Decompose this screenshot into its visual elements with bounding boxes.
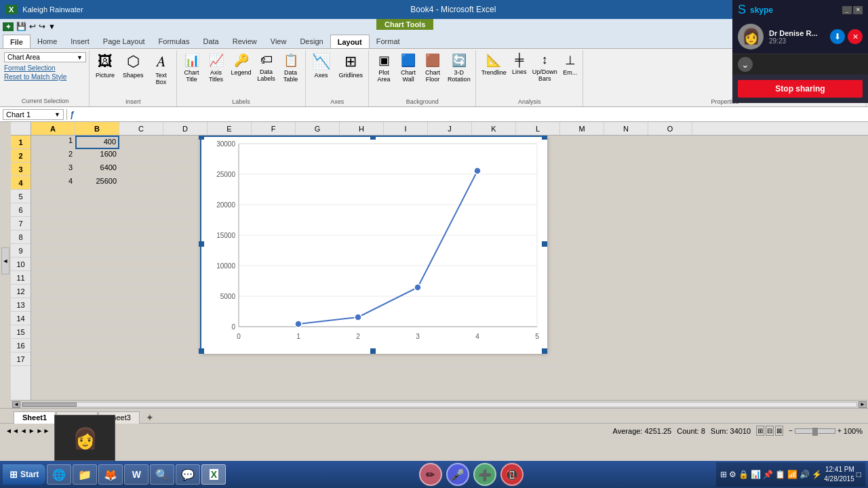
col-header-b[interactable]: B <box>75 122 119 135</box>
tab-layout[interactable]: Layout <box>330 35 370 48</box>
cell-b2[interactable]: 1600 <box>75 149 119 163</box>
resize-handle-n[interactable] <box>370 136 376 140</box>
shapes-button[interactable]: ⬡ Shapes <box>120 52 146 80</box>
row-num-9[interactable]: 9 <box>11 244 31 258</box>
sheet-next-icon[interactable]: ► <box>28 427 35 434</box>
tab-design[interactable]: Design <box>293 35 330 48</box>
cell-reference-box[interactable]: Chart 1 ▼ <box>3 109 64 120</box>
row-num-14[interactable]: 14 <box>11 312 31 325</box>
axis-titles-button[interactable]: 📈 AxisTitles <box>205 52 228 84</box>
resize-handle-e[interactable] <box>542 241 547 247</box>
tab-home[interactable]: Home <box>31 35 64 48</box>
row-num-6[interactable]: 6 <box>11 203 31 217</box>
tray-speaker-icon[interactable]: 🔊 <box>800 470 810 479</box>
row-num-17[interactable]: 17 <box>11 352 31 366</box>
axes-button[interactable]: 📉 Axes <box>309 52 334 80</box>
col-header-g[interactable]: G <box>296 122 340 135</box>
tray-icon-1[interactable]: ⊞ <box>720 470 727 479</box>
resize-handle-sw[interactable] <box>199 348 204 354</box>
skype-minimize-btn[interactable]: _ <box>842 6 852 14</box>
tab-formulas[interactable]: Formulas <box>152 35 197 48</box>
col-header-k[interactable]: K <box>472 122 516 135</box>
resize-handle-ne[interactable] <box>542 136 547 140</box>
tray-icon-8[interactable]: ⚡ <box>812 470 822 479</box>
taskbar-center-btn-4[interactable]: 📵 <box>500 463 524 486</box>
gridlines-button[interactable]: ⊞ Gridlines <box>336 52 366 80</box>
row-num-4[interactable]: 4 <box>11 176 31 190</box>
zoom-in-icon[interactable]: + <box>837 427 842 434</box>
tab-format[interactable]: Format <box>370 35 407 48</box>
page-break-icon[interactable]: ⊠ <box>775 426 783 436</box>
horizontal-scrollbar[interactable]: ◄ ► <box>11 400 868 408</box>
tab-page-layout[interactable]: Page Layout <box>96 35 152 48</box>
col-header-j[interactable]: J <box>428 122 472 135</box>
lines-button[interactable]: ╪ Lines <box>510 52 529 77</box>
tray-icon-4[interactable]: 📊 <box>751 470 761 479</box>
cell-c1[interactable] <box>119 136 163 149</box>
show-desktop-icon[interactable]: □ <box>856 470 861 479</box>
row-num-7[interactable]: 7 <box>11 217 31 230</box>
cell-a1[interactable]: 1 <box>31 136 75 149</box>
text-box-button[interactable]: 𝐴 Text Box <box>149 52 174 87</box>
redo-icon[interactable]: ↪ <box>39 22 45 31</box>
tray-icon-2[interactable]: ⚙ <box>729 470 736 479</box>
taskbar-center-btn-1[interactable]: ✏ <box>419 463 442 486</box>
col-header-n[interactable]: N <box>604 122 648 135</box>
row-num-13[interactable]: 13 <box>11 298 31 312</box>
reset-style-link[interactable]: Reset to Match Style <box>4 73 86 81</box>
save-icon[interactable]: 💾 <box>16 22 26 31</box>
row-num-3[interactable]: 3 <box>11 163 31 176</box>
row-num-15[interactable]: 15 <box>11 325 31 339</box>
page-layout-icon[interactable]: ⊟ <box>766 426 774 436</box>
resize-handle-w[interactable] <box>199 241 204 247</box>
zoom-thumb[interactable] <box>812 428 818 436</box>
skype-call-btn[interactable]: ⬇ <box>830 29 845 44</box>
skype-expand-btn[interactable]: ⌄ <box>738 57 753 72</box>
cell-c2[interactable] <box>119 149 163 163</box>
row-num-2[interactable]: 2 <box>11 149 31 163</box>
col-header-h[interactable]: H <box>340 122 384 135</box>
plot-area-button[interactable]: ▣ PlotArea <box>372 52 395 84</box>
empty-row-17[interactable] <box>31 352 560 365</box>
col-header-i[interactable]: I <box>384 122 428 135</box>
sheet-scroll-left-icon[interactable]: ◄◄ <box>5 427 19 434</box>
row-num-8[interactable]: 8 <box>11 230 31 244</box>
taskbar-center-btn-3[interactable]: ➕ <box>473 463 496 486</box>
skype-close-btn[interactable]: ✕ <box>853 6 863 14</box>
data-labels-button[interactable]: 🏷 DataLabels <box>255 52 278 83</box>
taskbar-center-btn-2[interactable]: 🎤 <box>446 463 469 486</box>
normal-view-icon[interactable]: ⊞ <box>756 426 764 436</box>
tab-data[interactable]: Data <box>196 35 225 48</box>
cell-b4[interactable]: 25600 <box>75 176 119 190</box>
cell-c4[interactable] <box>119 176 163 190</box>
tab-file[interactable]: File <box>3 35 31 48</box>
chart-wall-button[interactable]: 🟦 ChartWall <box>397 52 420 84</box>
taskbar-folder-btn[interactable]: 📁 <box>73 464 97 485</box>
col-header-e[interactable]: E <box>208 122 252 135</box>
start-button[interactable]: ⊞ Start <box>3 464 45 485</box>
tray-icon-3[interactable]: 🔒 <box>738 470 749 479</box>
chart-area-dropdown[interactable]: Chart Area ▼ <box>4 52 86 62</box>
sheet-scroll-right-icon[interactable]: ►► <box>37 427 50 434</box>
skype-hangup-btn[interactable]: ✕ <box>848 29 863 44</box>
chart-container[interactable]: 30000 25000 20000 15000 10000 5000 0 0 1… <box>200 136 546 352</box>
zoom-out-icon[interactable]: − <box>789 427 793 434</box>
updown-bars-button[interactable]: ↕ Up/DownBars <box>530 52 559 83</box>
chart-floor-button[interactable]: 🟫 ChartFloor <box>421 52 444 84</box>
cell-a3[interactable]: 3 <box>31 163 75 176</box>
col-header-o[interactable]: O <box>648 122 692 135</box>
col-header-f[interactable]: F <box>252 122 296 135</box>
cell-c3[interactable] <box>119 163 163 176</box>
sheet-tab-1[interactable]: Sheet1 <box>14 411 56 424</box>
taskbar-excel-btn[interactable]: X <box>201 464 226 485</box>
row-num-5[interactable]: 5 <box>11 190 31 203</box>
trendline-button[interactable]: 📐 Trendline <box>479 52 509 77</box>
row-num-1[interactable]: 1 <box>11 136 31 149</box>
data-table-button[interactable]: 📋 DataTable <box>279 52 302 84</box>
col-header-m[interactable]: M <box>560 122 604 135</box>
scrollbar-track[interactable] <box>22 402 857 407</box>
chart-title-button[interactable]: 📊 ChartTitle <box>180 52 203 84</box>
format-selection-link[interactable]: Format Selection <box>4 64 86 73</box>
resize-handle-s[interactable] <box>370 348 376 354</box>
sheet-prev-icon[interactable]: ◄ <box>20 427 27 434</box>
